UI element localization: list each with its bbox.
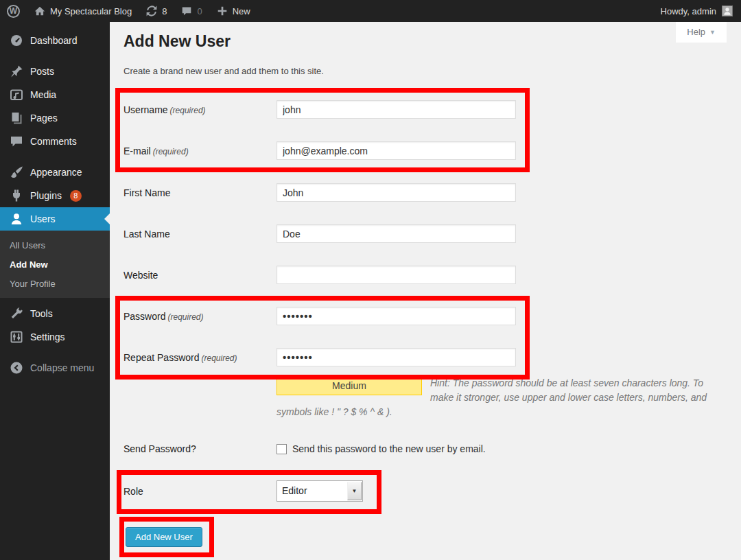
plugins-update-badge: 8 bbox=[70, 190, 82, 202]
password-strength-meter: Medium bbox=[277, 376, 422, 395]
username-label: Username(required) bbox=[124, 104, 277, 115]
sidebar-item-plugins[interactable]: Plugins 8 bbox=[0, 184, 110, 207]
site-name-link[interactable]: My Spectacular Blog bbox=[27, 0, 139, 22]
sidebar-item-pages[interactable]: Pages bbox=[0, 106, 110, 130]
page-subtitle: Create a brand new user and add them to … bbox=[124, 66, 324, 76]
wrench-icon bbox=[10, 307, 23, 320]
submenu-item-all-users[interactable]: All Users bbox=[0, 235, 110, 255]
password-row: Password(required) bbox=[124, 306, 727, 326]
updates-link[interactable]: 8 bbox=[139, 0, 174, 22]
sidebar-item-tools[interactable]: Tools bbox=[0, 302, 110, 325]
main-content: Help ▼ Add New User Create a brand new u… bbox=[110, 22, 741, 560]
admin-bar: W My Spectacular Blog 8 0 New Howdy, adm… bbox=[0, 0, 741, 22]
comment-icon bbox=[10, 135, 23, 148]
howdy-text: Howdy, admin bbox=[661, 6, 716, 16]
site-name: My Spectacular Blog bbox=[50, 6, 132, 16]
settings-icon bbox=[10, 330, 23, 344]
repeat-password-label: Repeat Password(required) bbox=[124, 352, 277, 363]
first-name-row: First Name bbox=[124, 183, 727, 202]
user-icon bbox=[10, 212, 23, 226]
sidebar-item-comments[interactable]: Comments bbox=[0, 130, 110, 153]
send-password-row: Send Password? Send this password to the… bbox=[124, 443, 727, 455]
avatar bbox=[722, 5, 733, 16]
dashboard-icon bbox=[10, 34, 23, 47]
required-note: (required) bbox=[153, 147, 189, 156]
select-dropdown-button[interactable]: ▼ bbox=[347, 482, 362, 500]
comment-count: 0 bbox=[197, 6, 202, 16]
page-title: Add New User bbox=[124, 32, 231, 51]
help-button[interactable]: Help ▼ bbox=[676, 22, 727, 43]
pages-icon bbox=[10, 111, 23, 125]
send-password-checkbox-label: Send this password to the new user by em… bbox=[292, 443, 486, 454]
website-input[interactable] bbox=[277, 266, 516, 284]
role-row: Role Editor ▼ bbox=[124, 480, 727, 502]
website-row: Website bbox=[124, 265, 727, 285]
username-input[interactable] bbox=[277, 100, 516, 119]
last-name-input[interactable] bbox=[277, 224, 516, 243]
required-note: (required) bbox=[170, 106, 206, 115]
send-password-checkbox[interactable] bbox=[277, 444, 287, 454]
role-select[interactable]: Editor ▼ bbox=[277, 480, 363, 502]
new-content-link[interactable]: New bbox=[209, 0, 257, 22]
password-input[interactable] bbox=[277, 307, 516, 325]
sidebar-item-media[interactable]: Media bbox=[0, 83, 110, 106]
submenu-item-add-new[interactable]: Add New bbox=[0, 255, 110, 274]
sidebar-item-posts[interactable]: Posts bbox=[0, 60, 110, 83]
sidebar-item-dashboard[interactable]: Dashboard bbox=[0, 29, 110, 52]
email-label: E-mail(required) bbox=[124, 145, 277, 156]
wp-logo-menu[interactable]: W bbox=[0, 0, 27, 22]
current-menu-arrow bbox=[104, 213, 110, 224]
role-label: Role bbox=[124, 486, 277, 497]
update-icon bbox=[145, 5, 158, 17]
my-account-link[interactable]: Howdy, admin bbox=[661, 5, 741, 16]
media-icon bbox=[10, 88, 23, 102]
first-name-label: First Name bbox=[124, 187, 277, 198]
sidebar-item-users[interactable]: Users bbox=[0, 207, 110, 231]
repeat-password-row: Repeat Password(required) bbox=[124, 347, 727, 367]
sidebar-item-settings[interactable]: Settings bbox=[0, 325, 110, 349]
plugin-icon bbox=[10, 189, 23, 202]
last-name-row: Last Name bbox=[124, 224, 727, 244]
password-label: Password(required) bbox=[124, 311, 277, 322]
send-password-label: Send Password? bbox=[124, 443, 277, 454]
pushpin-icon bbox=[10, 65, 23, 78]
website-label: Website bbox=[124, 270, 277, 281]
chevron-down-icon: ▼ bbox=[709, 29, 716, 36]
first-name-input[interactable] bbox=[277, 183, 516, 202]
last-name-label: Last Name bbox=[124, 229, 277, 240]
sidebar-item-appearance[interactable]: Appearance bbox=[0, 161, 110, 184]
wordpress-logo-icon: W bbox=[7, 5, 20, 18]
paintbrush-icon bbox=[10, 165, 23, 179]
username-row: Username(required) bbox=[124, 100, 727, 119]
update-count: 8 bbox=[162, 6, 167, 16]
home-icon bbox=[34, 5, 46, 17]
email-input[interactable] bbox=[277, 141, 516, 160]
new-label: New bbox=[233, 6, 250, 16]
admin-sidebar: Dashboard Posts Media Pages Comments bbox=[0, 22, 110, 560]
required-note: (required) bbox=[202, 353, 237, 363]
collapse-icon bbox=[10, 361, 23, 375]
password-strength-block: Medium Hint: The password should be at l… bbox=[277, 376, 711, 419]
role-selected-value: Editor bbox=[282, 485, 307, 496]
repeat-password-input[interactable] bbox=[277, 348, 516, 366]
sidebar-item-collapse-menu[interactable]: Collapse menu bbox=[0, 356, 110, 380]
add-new-user-button[interactable]: Add New User bbox=[126, 527, 202, 547]
comments-bubble-icon bbox=[180, 5, 193, 17]
submenu-item-your-profile[interactable]: Your Profile bbox=[0, 274, 110, 293]
comments-link[interactable]: 0 bbox=[174, 0, 209, 22]
plus-icon bbox=[216, 5, 228, 17]
email-row: E-mail(required) bbox=[124, 141, 727, 161]
required-note: (required) bbox=[167, 312, 203, 322]
users-submenu: All Users Add New Your Profile bbox=[0, 231, 110, 298]
